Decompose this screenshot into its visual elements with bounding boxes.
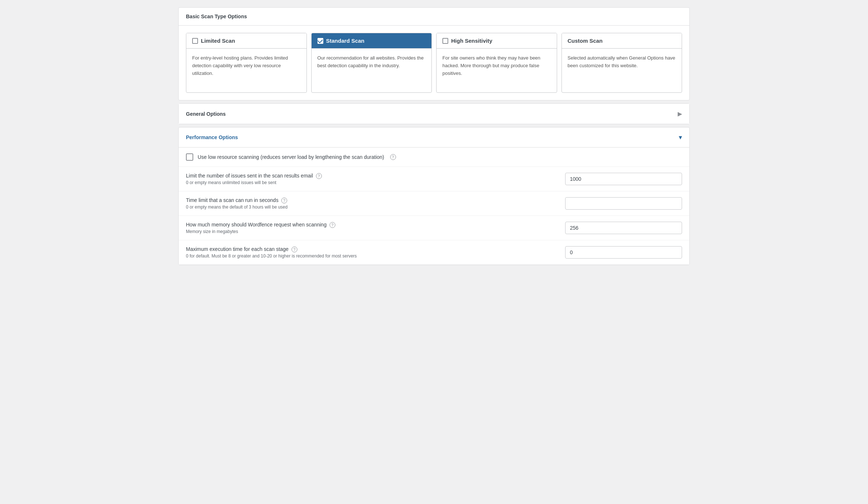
time-limit-help-icon[interactable]: ? (281, 198, 287, 203)
low-resource-label: Use low resource scanning (reduces serve… (198, 154, 384, 160)
general-options-toggle[interactable]: General Options ▶ (179, 104, 689, 124)
scan-option-limited-body: For entry-level hosting plans. Provides … (186, 49, 307, 92)
general-options-title: General Options (186, 111, 226, 117)
scan-option-high-header[interactable]: High Sensitivity (437, 33, 557, 49)
memory-label: How much memory should Wordfence request… (186, 222, 558, 228)
scan-option-standard-checkbox[interactable] (317, 38, 323, 44)
time-limit-label: Time limit that a scan can run in second… (186, 197, 558, 203)
performance-options-chevron-icon: ▾ (679, 133, 682, 141)
scan-option-custom-body: Selected automatically when General Opti… (562, 49, 682, 92)
performance-options-title: Performance Options (186, 134, 238, 140)
scan-option-standard-body: Our recommendation for all websites. Pro… (312, 49, 432, 92)
exec-time-input[interactable] (565, 246, 682, 259)
page-wrapper: Basic Scan Type Options Limited Scan For… (171, 0, 697, 275)
low-resource-help-icon[interactable]: ? (390, 154, 396, 160)
scan-option-high-checkbox[interactable] (442, 38, 448, 44)
limit-issues-hint: 0 or empty means unlimited issues will b… (186, 180, 558, 185)
limit-issues-help-icon[interactable]: ? (316, 173, 322, 179)
time-limit-input[interactable] (565, 197, 682, 210)
basic-scan-type-title: Basic Scan Type Options (186, 14, 247, 19)
time-limit-row: Time limit that a scan can run in second… (179, 191, 689, 216)
basic-scan-type-header: Basic Scan Type Options (179, 8, 689, 26)
scan-option-high[interactable]: High Sensitivity For site owners who thi… (436, 33, 557, 93)
general-options-card: General Options ▶ (178, 103, 690, 124)
memory-hint: Memory size in megabytes (186, 229, 558, 234)
memory-row: How much memory should Wordfence request… (179, 216, 689, 240)
scan-option-standard-header[interactable]: Standard Scan (312, 33, 432, 49)
performance-options-card: Performance Options ▾ Use low resource s… (178, 127, 690, 265)
memory-label-group: How much memory should Wordfence request… (186, 222, 558, 234)
exec-time-row: Maximum execution time for each scan sta… (179, 240, 689, 265)
scan-option-limited[interactable]: Limited Scan For entry-level hosting pla… (186, 33, 307, 93)
exec-time-hint: 0 for default. Must be 8 or greater and … (186, 253, 558, 259)
low-resource-checkbox-row: Use low resource scanning (reduces serve… (179, 148, 689, 167)
exec-time-label: Maximum execution time for each scan sta… (186, 246, 558, 252)
exec-time-label-group: Maximum execution time for each scan sta… (186, 246, 558, 259)
memory-help-icon[interactable]: ? (330, 222, 335, 228)
limit-issues-input[interactable] (565, 173, 682, 185)
scan-option-limited-header[interactable]: Limited Scan (186, 33, 307, 49)
limit-issues-label: Limit the number of issues sent in the s… (186, 173, 558, 179)
limit-issues-row: Limit the number of issues sent in the s… (179, 167, 689, 191)
scan-option-high-body: For site owners who think they may have … (437, 49, 557, 92)
scan-option-custom-label: Custom Scan (568, 38, 603, 44)
limit-issues-label-group: Limit the number of issues sent in the s… (186, 173, 558, 185)
general-options-arrow-icon: ▶ (678, 110, 682, 117)
exec-time-help-icon[interactable]: ? (292, 247, 297, 252)
time-limit-label-group: Time limit that a scan can run in second… (186, 197, 558, 210)
low-resource-checkbox[interactable] (186, 153, 193, 161)
scan-option-custom-header[interactable]: Custom Scan (562, 33, 682, 49)
scan-option-high-label: High Sensitivity (451, 38, 492, 44)
scan-option-standard-label: Standard Scan (326, 38, 365, 44)
performance-options-header[interactable]: Performance Options ▾ (179, 127, 689, 148)
scan-option-limited-label: Limited Scan (201, 38, 235, 44)
scan-option-standard[interactable]: Standard Scan Our recommendation for all… (311, 33, 432, 93)
basic-scan-type-card: Basic Scan Type Options Limited Scan For… (178, 7, 690, 100)
time-limit-hint: 0 or empty means the default of 3 hours … (186, 205, 558, 210)
scan-options-grid: Limited Scan For entry-level hosting pla… (179, 26, 689, 100)
memory-input[interactable] (565, 222, 682, 234)
scan-option-custom[interactable]: Custom Scan Selected automatically when … (561, 33, 682, 93)
scan-option-limited-checkbox[interactable] (192, 38, 198, 44)
